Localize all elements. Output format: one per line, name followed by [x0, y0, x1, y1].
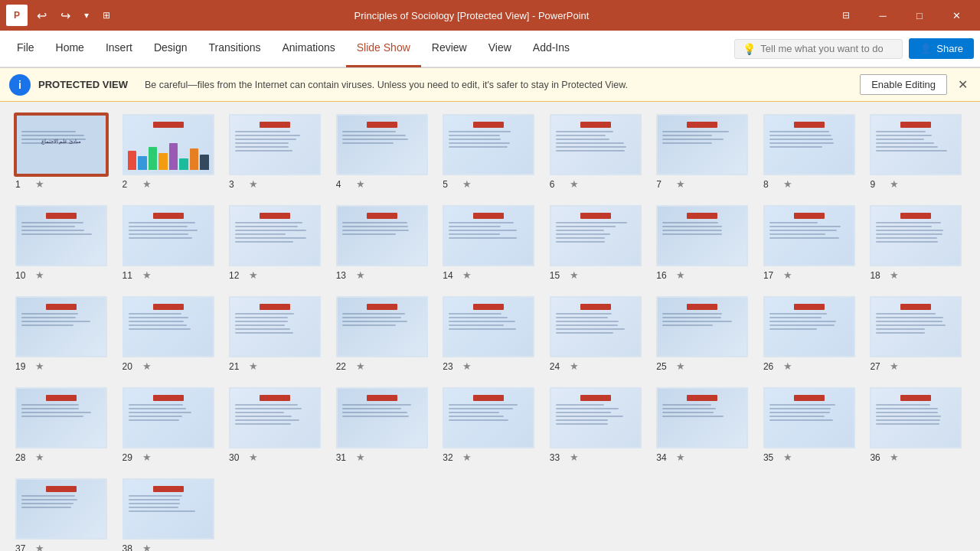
slide-item-1[interactable]: مبادئ علم الاجتماع1★ — [15, 114, 110, 190]
slide-star-icon[interactable]: ★ — [783, 452, 792, 463]
slide-item-14[interactable]: 14★ — [443, 205, 537, 281]
slide-star-icon[interactable]: ★ — [783, 360, 792, 372]
slide-item-7[interactable]: 7★ — [656, 114, 751, 190]
maximize-button[interactable]: □ — [902, 3, 937, 28]
slide-star-icon[interactable]: ★ — [142, 360, 152, 372]
tab-view[interactable]: View — [478, 31, 522, 67]
slide-item-28[interactable]: 28★ — [15, 387, 110, 463]
slide-item-16[interactable]: 16★ — [656, 205, 751, 281]
slide-star-icon[interactable]: ★ — [356, 360, 365, 372]
redo-button[interactable]: ↪ — [56, 5, 75, 26]
slide-star-icon[interactable]: ★ — [356, 269, 365, 281]
slide-item-3[interactable]: 3★ — [229, 114, 324, 190]
slide-meta-10: 10★ — [15, 269, 107, 281]
slide-star-icon[interactable]: ★ — [142, 269, 152, 281]
slide-star-icon[interactable]: ★ — [249, 269, 258, 281]
slide-item-5[interactable]: 5★ — [443, 114, 537, 190]
slide-star-icon[interactable]: ★ — [35, 360, 44, 372]
slide-item-10[interactable]: 10★ — [15, 205, 110, 281]
slide-star-icon[interactable]: ★ — [142, 178, 152, 190]
slide-item-6[interactable]: 6★ — [550, 114, 645, 190]
slide-star-icon[interactable]: ★ — [783, 269, 792, 281]
slide-star-icon[interactable]: ★ — [676, 452, 685, 463]
slide-item-21[interactable]: 21★ — [229, 296, 324, 372]
close-protected-bar-button[interactable]: ✕ — [955, 74, 971, 95]
search-input[interactable] — [760, 43, 883, 54]
slide-star-icon[interactable]: ★ — [35, 269, 44, 281]
slide-item-32[interactable]: 32★ — [443, 387, 537, 463]
slide-item-12[interactable]: 12★ — [229, 205, 324, 281]
slide-item-17[interactable]: 17★ — [763, 205, 858, 281]
slide-item-2[interactable]: 2★ — [122, 114, 217, 190]
slide-star-icon[interactable]: ★ — [890, 178, 899, 190]
slide-item-36[interactable]: 36★ — [870, 387, 965, 463]
slide-star-icon[interactable]: ★ — [35, 178, 44, 190]
tab-insert[interactable]: Insert — [95, 31, 143, 67]
undo-button[interactable]: ↩ — [32, 5, 51, 26]
slide-star-icon[interactable]: ★ — [462, 178, 472, 190]
slide-star-icon[interactable]: ★ — [462, 452, 472, 463]
slide-item-35[interactable]: 35★ — [763, 387, 858, 463]
enable-editing-button[interactable]: Enable Editing — [860, 74, 947, 95]
slide-item-8[interactable]: 8★ — [763, 114, 858, 190]
tab-animations[interactable]: Animations — [271, 31, 345, 67]
slide-item-13[interactable]: 13★ — [336, 205, 431, 281]
slide-star-icon[interactable]: ★ — [676, 360, 685, 372]
slide-star-icon[interactable]: ★ — [356, 452, 365, 463]
tab-design[interactable]: Design — [143, 31, 198, 67]
tab-home[interactable]: Home — [45, 31, 95, 67]
customize-button[interactable]: ⊞ — [98, 7, 115, 24]
slide-star-icon[interactable]: ★ — [890, 452, 899, 463]
slide-item-30[interactable]: 30★ — [229, 387, 324, 463]
slide-item-20[interactable]: 20★ — [122, 296, 217, 372]
tab-add-ins[interactable]: Add-Ins — [522, 31, 580, 67]
slide-item-37[interactable]: 37★ — [15, 478, 110, 551]
slide-item-11[interactable]: 11★ — [122, 205, 217, 281]
slide-star-icon[interactable]: ★ — [570, 452, 579, 463]
slide-item-24[interactable]: 24★ — [550, 296, 645, 372]
slide-star-icon[interactable]: ★ — [249, 452, 258, 463]
slide-star-icon[interactable]: ★ — [142, 452, 152, 463]
slide-star-icon[interactable]: ★ — [249, 178, 258, 190]
slide-item-31[interactable]: 31★ — [336, 387, 431, 463]
slide-star-icon[interactable]: ★ — [570, 178, 579, 190]
tab-review[interactable]: Review — [421, 31, 478, 67]
tab-file[interactable]: File — [6, 31, 45, 67]
slide-item-15[interactable]: 15★ — [550, 205, 645, 281]
slide-item-9[interactable]: 9★ — [870, 114, 965, 190]
slide-star-icon[interactable]: ★ — [356, 178, 365, 190]
slide-star-icon[interactable]: ★ — [142, 543, 152, 551]
slide-star-icon[interactable]: ★ — [462, 360, 472, 372]
slide-star-icon[interactable]: ★ — [783, 178, 792, 190]
slide-item-4[interactable]: 4★ — [336, 114, 431, 190]
slide-item-19[interactable]: 19★ — [15, 296, 110, 372]
slide-item-26[interactable]: 26★ — [763, 296, 858, 372]
quick-access-button[interactable]: ▾ — [80, 7, 93, 24]
slide-star-icon[interactable]: ★ — [676, 178, 685, 190]
slide-star-icon[interactable]: ★ — [249, 360, 258, 372]
slide-item-29[interactable]: 29★ — [122, 387, 217, 463]
slide-star-icon[interactable]: ★ — [570, 360, 579, 372]
slide-item-38[interactable]: 38★ — [122, 478, 217, 551]
slide-star-icon[interactable]: ★ — [676, 269, 685, 281]
close-button[interactable]: ✕ — [939, 3, 974, 28]
slide-item-18[interactable]: 18★ — [870, 205, 965, 281]
slide-star-icon[interactable]: ★ — [890, 360, 899, 372]
slide-item-23[interactable]: 23★ — [443, 296, 537, 372]
slide-item-22[interactable]: 22★ — [336, 296, 431, 372]
slide-star-icon[interactable]: ★ — [890, 269, 899, 281]
slide-item-27[interactable]: 27★ — [870, 296, 965, 372]
slide-star-icon[interactable]: ★ — [462, 269, 472, 281]
slide-item-33[interactable]: 33★ — [550, 387, 645, 463]
slide-item-34[interactable]: 34★ — [656, 387, 751, 463]
help-button[interactable]: ⊟ — [828, 3, 864, 28]
slide-star-icon[interactable]: ★ — [570, 269, 579, 281]
slide-star-icon[interactable]: ★ — [35, 543, 44, 551]
search-box[interactable]: 💡 — [734, 39, 903, 59]
share-button[interactable]: 👤 Share — [909, 38, 974, 59]
tab-slide-show[interactable]: Slide Show — [346, 31, 421, 67]
slide-item-25[interactable]: 25★ — [656, 296, 751, 372]
tab-transitions[interactable]: Transitions — [198, 31, 272, 67]
slide-star-icon[interactable]: ★ — [35, 452, 44, 463]
minimize-button[interactable]: ─ — [865, 3, 900, 28]
